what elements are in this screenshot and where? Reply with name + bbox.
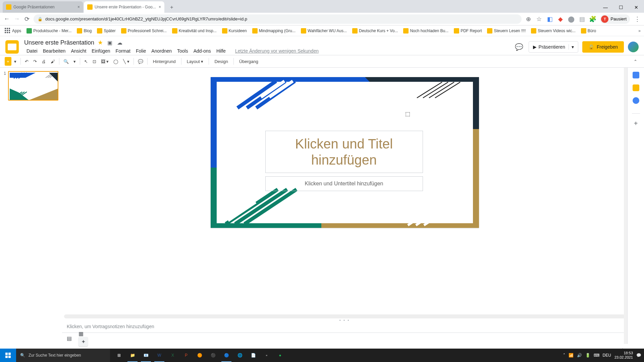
browser-tab-2[interactable]: Unsere erste Präsentation - Goo... × [84, 1, 164, 13]
wifi-icon[interactable]: 📶 [569, 353, 574, 358]
notifications-icon[interactable]: 💬 [636, 353, 641, 358]
start-button[interactable] [0, 349, 16, 362]
reload-button[interactable]: ⟳ [23, 16, 30, 22]
zoom-dropdown[interactable]: ▾ [71, 57, 78, 66]
zoom-button[interactable]: 🔍 [61, 57, 71, 66]
mail-icon[interactable]: 📧 [140, 349, 152, 362]
slide-thumbnail-1[interactable] [8, 71, 58, 101]
menu-ansicht[interactable]: Ansicht [68, 47, 89, 55]
chrome-icon[interactable]: 🔵 [220, 349, 233, 362]
obs-icon[interactable]: ⚫ [207, 349, 219, 362]
redo-button[interactable]: ↷ [31, 57, 39, 66]
notepad-icon[interactable]: 📄 [247, 349, 260, 362]
close-icon[interactable]: × [77, 5, 80, 9]
battery-icon[interactable]: 🔋 [585, 353, 590, 358]
paint-format-button[interactable]: 🖌 [49, 57, 57, 66]
apps-button[interactable]: Apps [3, 27, 22, 35]
bookmark-item[interactable]: PDF Report [452, 27, 483, 34]
slide-canvas[interactable]: Klicken und Titel hinzufügen Klicken und… [211, 77, 479, 228]
filmstrip-view-button[interactable]: ▤ [67, 335, 72, 342]
ext-icon-3[interactable]: ⬤ [568, 16, 575, 22]
star-icon[interactable]: ☆ [536, 16, 542, 22]
collapse-toolbar-button[interactable]: ⌃ [632, 57, 639, 66]
notes-resize-handle[interactable]: • • • [62, 318, 627, 322]
share-button[interactable]: 🔒 Freigeben [582, 41, 624, 53]
star-icon[interactable]: ★ [98, 39, 103, 46]
task-view-button[interactable]: ⊞ [113, 349, 125, 362]
tray-chevron-icon[interactable]: ˄ [563, 353, 565, 358]
subtitle-placeholder[interactable]: Klicken und Untertitel hinzufügen [265, 176, 423, 191]
calendar-icon[interactable] [633, 72, 639, 78]
zoom-icon[interactable]: ⊕ [525, 16, 532, 22]
extensions-icon[interactable]: 🧩 [589, 16, 596, 22]
menu-datei[interactable]: Datei [24, 47, 40, 55]
print-button[interactable]: 🖨 [40, 57, 48, 66]
tasks-icon[interactable] [633, 97, 639, 104]
keep-icon[interactable] [633, 84, 639, 91]
bookmark-item[interactable]: Mindmapping (Gru... [251, 27, 297, 34]
design-button[interactable]: Design [211, 58, 231, 65]
menu-tools[interactable]: Tools [175, 47, 191, 55]
app-icon[interactable]: 🟠 [193, 349, 206, 362]
menu-anordnen[interactable]: Anordnen [149, 47, 174, 55]
vertical-scrollbar[interactable] [624, 68, 627, 344]
address-bar[interactable]: 🔒 docs.google.com/presentation/d/1je40CL… [34, 14, 522, 24]
edge-icon[interactable]: 🌐 [233, 349, 246, 362]
title-placeholder[interactable]: Klicken und Titel hinzufügen [265, 131, 423, 173]
profile-chip[interactable]: T Pausiert [600, 14, 630, 24]
excel-icon[interactable]: X [166, 349, 179, 362]
comment-tool[interactable]: 💬 [136, 57, 145, 66]
bookmark-item[interactable]: Noch hochladen Bu... [402, 27, 450, 34]
spotify-icon[interactable]: ● [274, 349, 286, 362]
slide-filmstrip[interactable]: 1 [0, 68, 62, 344]
new-slide-button[interactable]: + [5, 57, 11, 66]
speaker-notes[interactable]: Klicken, um Vortragsnotizen hinzuzufügen [62, 322, 627, 333]
bookmark-item[interactable]: Deutsche Kurs + Vo... [351, 27, 399, 34]
undo-button[interactable]: ↶ [23, 57, 31, 66]
comments-button[interactable]: 💬 [514, 42, 525, 52]
new-tab-button[interactable]: + [167, 3, 176, 12]
bookmark-item[interactable]: Kursideen [221, 27, 248, 34]
bookmark-item[interactable]: Produktsuche - Mer... [25, 27, 73, 34]
bookmark-overflow[interactable]: » [638, 28, 641, 33]
menu-folie[interactable]: Folie [133, 47, 148, 55]
menu-format[interactable]: Format [113, 47, 133, 55]
close-icon[interactable]: × [159, 5, 161, 9]
grid-view-button[interactable]: ▦ ✦ › [78, 330, 88, 346]
background-button[interactable]: Hintergrund [150, 58, 179, 65]
word-icon[interactable]: W [153, 349, 166, 362]
document-title[interactable]: Unsere erste Präsentation [24, 39, 94, 46]
user-avatar[interactable] [628, 42, 639, 52]
last-edit-text[interactable]: Letzte Änderung vor wenigen Sekunden [233, 47, 321, 55]
menu-icon[interactable]: ⋮ [634, 16, 641, 22]
horizontal-scrollbar[interactable] [64, 314, 625, 318]
select-tool[interactable]: ↖ [82, 57, 90, 66]
transition-button[interactable]: Übergang [236, 58, 262, 65]
add-addon-button[interactable]: + [634, 120, 638, 127]
bookmark-item[interactable]: Blog [75, 27, 93, 34]
line-tool[interactable]: ╲ ▾ [121, 57, 131, 66]
bookmark-item[interactable]: Wahlfächer WU Aus... [300, 27, 348, 34]
explore-button[interactable]: ✦ [78, 337, 88, 346]
system-clock[interactable]: 18:53 23.02.2021 [614, 351, 633, 360]
present-button[interactable]: ▶ Präsentieren ▾ [529, 41, 578, 53]
bookmark-item[interactable]: Steuern Videos wic... [530, 27, 577, 34]
explorer-icon[interactable]: 📁 [126, 349, 139, 362]
forward-button[interactable]: → [13, 16, 20, 22]
image-tool[interactable]: 🖼 ▾ [99, 57, 111, 66]
menu-bearbeiten[interactable]: Bearbeiten [41, 47, 68, 55]
menu-addons[interactable]: Add-ons [191, 47, 213, 55]
textbox-tool[interactable]: ⊡ [91, 57, 98, 66]
taskbar-search[interactable]: 🔍 Zur Suche Text hier eingeben [16, 349, 110, 362]
keyboard-icon[interactable]: ⌨ [594, 353, 599, 358]
minimize-button[interactable]: — [598, 2, 613, 13]
close-window-button[interactable]: ✕ [629, 2, 644, 13]
ext-icon-4[interactable]: ▤ [579, 16, 585, 22]
ext-icon-2[interactable]: ◆ [557, 16, 564, 22]
move-icon[interactable]: ▣ [106, 39, 113, 46]
browser-tab-1[interactable]: Google Präsentationen × [3, 1, 83, 13]
cloud-icon[interactable]: ☁ [116, 39, 123, 46]
menu-hilfe[interactable]: Hilfe [214, 47, 228, 55]
bookmark-item[interactable]: Professionell Schrei... [120, 27, 168, 34]
maximize-button[interactable]: ☐ [613, 2, 629, 13]
